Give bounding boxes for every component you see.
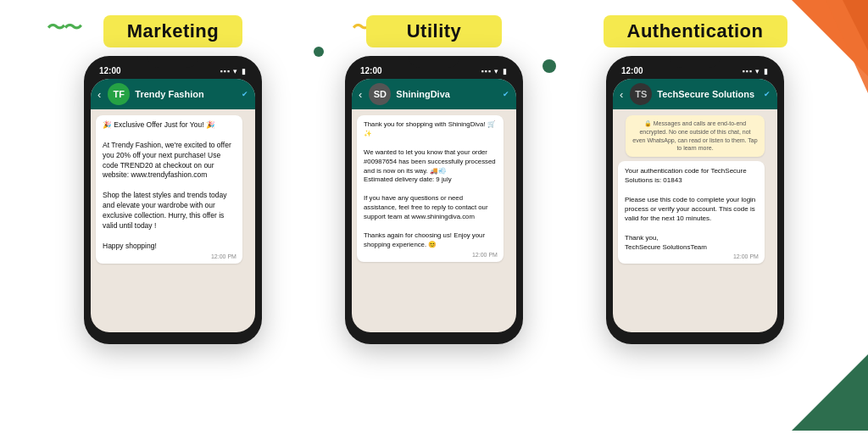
msg-time-1: 12:00 PM [211, 253, 236, 261]
svg-marker-2 [792, 354, 868, 431]
contact-name-3: TechSecure Solutions [657, 89, 759, 99]
main-layout: Marketing 12:00 ▪▪▪ ▾ ▮ ‹ TF Trendy Fash… [0, 0, 868, 359]
deco-triangle-green [792, 354, 868, 434]
phone-time-3: 12:00 [621, 66, 643, 75]
system-msg-1: 🔒 Messages and calls are end-to-end encr… [626, 115, 765, 157]
phone-notch-3 [670, 56, 721, 68]
phone-time-1: 12:00 [99, 66, 121, 75]
utility-screen: ‹ SD ShiningDiva ✔ Thank you for shoppin… [352, 79, 516, 332]
phone-notch-1 [147, 56, 198, 68]
verified-icon-1: ✔ [242, 90, 248, 98]
msg-bubble-1: 🎉 Exclusive Offer Just for You! 🎉 At Tre… [96, 115, 242, 264]
authentication-column: Authentication 12:00 ▪▪▪ ▾ ▮ ‹ TS TechSe… [572, 15, 818, 344]
msg-bubble-2: Thank you for shopping with ShiningDiva!… [357, 115, 504, 262]
wa-header-3: ‹ TS TechSecure Solutions ✔ [613, 79, 777, 109]
back-icon-3[interactable]: ‹ [620, 88, 623, 101]
marketing-screen: ‹ TF Trendy Fashion ✔ 🎉 Exclusive Offer … [91, 79, 255, 332]
avatar-2: SD [369, 83, 391, 105]
contact-name-1: Trendy Fashion [135, 89, 236, 99]
marketing-phone: 12:00 ▪▪▪ ▾ ▮ ‹ TF Trendy Fashion ✔ 🎉 Ex… [84, 56, 262, 344]
avatar-1: TF [108, 83, 130, 105]
marketing-column: Marketing 12:00 ▪▪▪ ▾ ▮ ‹ TF Trendy Fash… [50, 15, 296, 344]
back-icon-2[interactable]: ‹ [359, 88, 362, 101]
msg-time-3: 12:00 PM [733, 253, 759, 261]
avatar-3: TS [630, 83, 652, 105]
authentication-label: Authentication [604, 15, 787, 47]
authentication-screen: ‹ TS TechSecure Solutions ✔ 🔒 Messages a… [613, 79, 777, 332]
wa-chat-2: Thank you for shopping with ShiningDiva!… [352, 109, 516, 332]
utility-label: Utility [366, 15, 502, 47]
verified-icon-3: ✔ [764, 90, 771, 98]
contact-info-1: Trendy Fashion [135, 89, 236, 99]
back-icon-1[interactable]: ‹ [97, 88, 101, 101]
verified-icon-2: ✔ [503, 90, 509, 98]
marketing-label: Marketing [103, 15, 242, 47]
phone-icons-3: ▪▪▪ ▾ ▮ [742, 67, 769, 75]
wa-chat-1: 🎉 Exclusive Offer Just for You! 🎉 At Tre… [91, 109, 255, 332]
contact-info-2: ShiningDiva [396, 89, 498, 99]
phone-icons-2: ▪▪▪ ▾ ▮ [481, 67, 508, 75]
utility-phone: 12:00 ▪▪▪ ▾ ▮ ‹ SD ShiningDiva ✔ Thank y… [345, 56, 523, 344]
phone-time-2: 12:00 [360, 66, 382, 75]
wa-header-1: ‹ TF Trendy Fashion ✔ [91, 79, 255, 109]
wa-chat-3: 🔒 Messages and calls are end-to-end encr… [613, 109, 777, 332]
phone-icons-1: ▪▪▪ ▾ ▮ [220, 67, 247, 75]
utility-column: Utility 12:00 ▪▪▪ ▾ ▮ ‹ SD ShiningDiva ✔ [311, 15, 557, 344]
msg-bubble-3: Your authentication code for TechSecure … [618, 161, 765, 264]
authentication-phone: 12:00 ▪▪▪ ▾ ▮ ‹ TS TechSecure Solutions … [606, 56, 784, 344]
contact-info-3: TechSecure Solutions [657, 89, 759, 99]
phone-notch-2 [409, 56, 459, 68]
msg-time-2: 12:00 PM [472, 251, 498, 259]
contact-name-2: ShiningDiva [396, 89, 498, 99]
wa-header-2: ‹ SD ShiningDiva ✔ [352, 79, 516, 109]
